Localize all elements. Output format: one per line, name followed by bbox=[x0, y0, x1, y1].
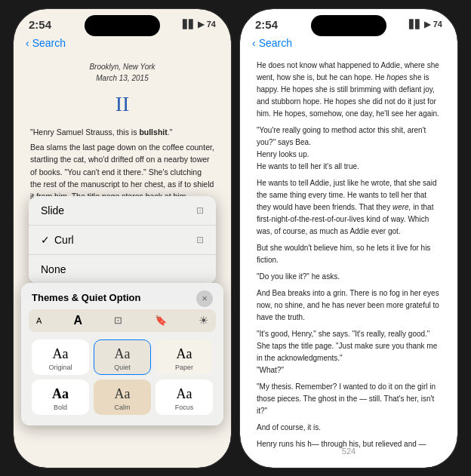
popup-overlay: Slide ⊡ ✓ Curl ⊡ None Themes & bbox=[14, 196, 231, 468]
right-para-5: He wants to tell Addie, just like he wro… bbox=[257, 177, 441, 238]
back-arrow-left[interactable]: ‹ bbox=[26, 37, 29, 49]
time-left: 2:54 bbox=[29, 18, 51, 31]
curl-option[interactable]: ✓ Curl ⊡ bbox=[29, 226, 216, 255]
right-para-4: He wants to tell her it's all true. bbox=[257, 161, 441, 173]
right-phone: 2:54 ▋▋ ▶ 74 ‹ Search He does not know w… bbox=[239, 8, 458, 468]
nav-back-left[interactable]: Search bbox=[32, 37, 66, 49]
theme-original[interactable]: Aa Original bbox=[32, 339, 89, 375]
page-number: 524 bbox=[342, 447, 356, 456]
none-option[interactable]: None bbox=[29, 255, 216, 284]
font-small-btn[interactable]: A bbox=[36, 316, 42, 325]
slide-option[interactable]: Slide ⊡ bbox=[29, 196, 216, 226]
time-right: 2:54 bbox=[255, 18, 278, 31]
right-para-8: And Bea breaks into a grin. There is no … bbox=[257, 287, 441, 324]
right-para-3: Henry looks up. bbox=[257, 149, 441, 161]
close-button[interactable]: × bbox=[196, 290, 213, 307]
slide-icon: ⊡ bbox=[196, 205, 204, 216]
theme-paper[interactable]: Aa Paper bbox=[155, 339, 213, 375]
none-label: None bbox=[41, 263, 66, 275]
font-large-btn[interactable]: A bbox=[74, 314, 83, 327]
right-para-10: "What?" bbox=[257, 364, 441, 376]
right-para-7: "Do you like it?" he asks. bbox=[257, 271, 441, 283]
right-para-12: And of course, it is. bbox=[257, 422, 441, 434]
slide-transition-menu[interactable]: Slide ⊡ ✓ Curl ⊡ None bbox=[29, 196, 216, 284]
back-arrow-right[interactable]: ‹ bbox=[252, 37, 256, 49]
right-para-6: But she wouldn't believe him, so he lets… bbox=[257, 242, 441, 266]
book-location: Brooklyn, New YorkMarch 13, 2015 bbox=[30, 61, 214, 84]
brightness-btn[interactable]: ☀ bbox=[199, 314, 208, 327]
curl-label: Curl bbox=[54, 234, 74, 246]
theme-grid: Aa Original Aa Quiet Aa Paper Aa bbox=[29, 336, 216, 418]
left-phone: 2:54 ▋▋ ▶ 74 ‹ Search Brooklyn, New York… bbox=[13, 8, 232, 468]
nav-back-right[interactable]: Search bbox=[259, 37, 292, 49]
right-para-2: "You're really going to method actor thi… bbox=[257, 124, 441, 149]
chapter-number: II bbox=[30, 88, 214, 120]
right-para-11: "My thesis. Remember? I wanted to do it … bbox=[257, 381, 441, 417]
right-para-9: "It's good, Henry," she says. "It's real… bbox=[257, 328, 441, 364]
bookmark-btn[interactable]: 🔖 bbox=[155, 315, 167, 326]
status-bar-left: 2:54 ▋▋ ▶ 74 bbox=[14, 9, 231, 34]
curl-icon: ⊡ bbox=[196, 235, 204, 245]
font-type-btn[interactable]: ⊡ bbox=[114, 315, 122, 326]
right-para-1: He does not know what happened to Addie,… bbox=[257, 60, 441, 120]
nav-bar-right[interactable]: ‹ Search bbox=[240, 34, 457, 54]
nav-bar-left[interactable]: ‹ Search bbox=[14, 34, 231, 54]
theme-focus[interactable]: Aa Focus bbox=[155, 379, 213, 415]
paragraph-1: "Henry Samuel Strauss, this is bullshit.… bbox=[30, 126, 214, 138]
themes-section: Themes & Quiet Option × A A ⊡ 🔖 ☀ bbox=[21, 283, 223, 425]
paragraph-2: Bea slams the last page down on the coff… bbox=[30, 141, 214, 202]
book-content-left: Brooklyn, New YorkMarch 13, 2015 II "Hen… bbox=[14, 54, 231, 204]
themes-header: Themes & Quiet Option bbox=[29, 290, 216, 305]
slide-label: Slide bbox=[41, 204, 64, 217]
right-book-content: He does not know what happened to Addie,… bbox=[240, 54, 457, 452]
status-icons-right: ▋▋ ▶ 74 bbox=[409, 20, 442, 29]
status-bar-right: 2:54 ▋▋ ▶ 74 bbox=[240, 9, 457, 34]
theme-bold[interactable]: Aa Bold bbox=[32, 379, 89, 415]
theme-calm[interactable]: Aa Calm bbox=[94, 379, 151, 415]
curl-check: ✓ bbox=[41, 234, 50, 246]
theme-quiet[interactable]: Aa Quiet bbox=[94, 339, 151, 375]
status-icons-left: ▋▋ ▶ 74 bbox=[183, 20, 216, 29]
